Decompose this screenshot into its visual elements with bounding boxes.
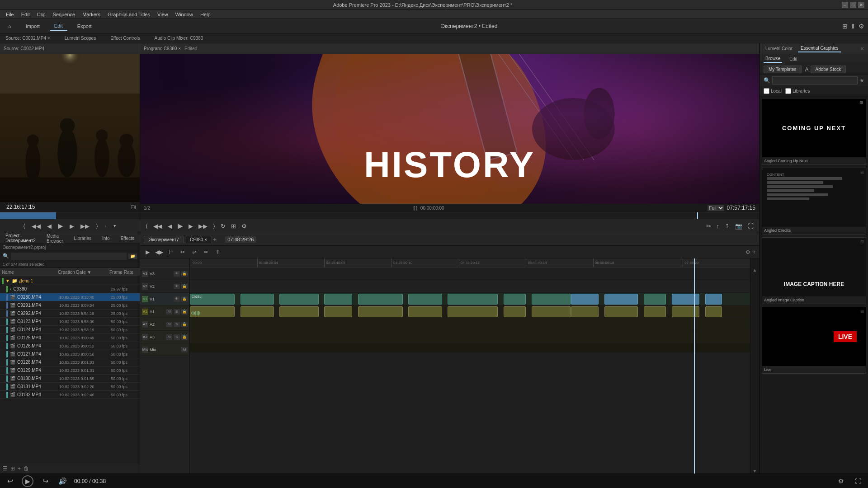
track-select-tool[interactable]: ◀▶ [155, 248, 164, 257]
col-date-header[interactable]: Creation Date ▼ [58, 270, 108, 275]
program-timebar[interactable] [140, 212, 759, 219]
source-insert[interactable]: ↓ [103, 223, 108, 229]
video-clip[interactable] [279, 294, 319, 305]
sequence-tab-1[interactable]: Эксперимент7 [144, 236, 184, 243]
list-item[interactable]: 🎬 C9291.MP4 10.02.2023 8:09:54 25,00 fps [0, 301, 140, 310]
tab-project[interactable]: Project: Эксперимент2 [3, 233, 38, 245]
new-bin-button[interactable]: 📁 [128, 253, 137, 259]
list-item[interactable]: 🎬 C0123.MP4 10.02.2023 8:58:00 50,00 fps [0, 318, 140, 326]
volume-button[interactable]: 🔊 [57, 476, 68, 487]
maximize-button[interactable]: □ [850, 2, 856, 8]
video-clip[interactable] [408, 294, 442, 305]
sequence-tab-c9380[interactable]: C9380 × [185, 236, 212, 243]
my-templates-button[interactable]: My Templates [764, 66, 802, 73]
lumetri-scopes-tab[interactable]: Lumetri Scopes [62, 35, 99, 42]
razor-tool[interactable]: ✂ [178, 248, 187, 257]
browse-tab[interactable]: Browse [764, 55, 782, 63]
pen-tool[interactable]: ✏ [202, 248, 211, 257]
track-v3-toggle[interactable]: V3 [142, 271, 148, 277]
timeline-tracks-area[interactable]: 00:00 01:08:20:04 02:16:40:06 03:25:00:1… [190, 258, 750, 474]
program-mark-out[interactable]: ⟩ [211, 222, 217, 230]
quality-select[interactable]: Full 1/2 1/4 [708, 205, 724, 211]
safe-margins-btn[interactable]: ⟦⟧ [413, 206, 418, 211]
track-v3-lock[interactable]: 🔒 [181, 271, 188, 277]
list-view-button[interactable]: ☰ [3, 465, 8, 472]
new-item-button[interactable]: + [18, 465, 21, 472]
track-v2-lock[interactable]: 🔒 [181, 284, 188, 289]
track-a2-toggle[interactable]: A2 [142, 321, 148, 328]
track-v1-toggle[interactable]: V1 [142, 296, 148, 302]
menu-help[interactable]: Help [197, 11, 214, 18]
tab-effects[interactable]: Effects [118, 235, 137, 242]
program-settings-btn[interactable]: ⚙ [240, 222, 249, 230]
home-button[interactable]: ⌂ [4, 22, 16, 30]
play-pause-button[interactable]: ▶ [22, 475, 33, 487]
program-step-forward[interactable]: ▶▶ [197, 222, 209, 230]
track-row-a1[interactable] [190, 305, 750, 318]
menu-window[interactable]: Window [172, 11, 196, 18]
audio-clip[interactable] [448, 306, 498, 317]
source-timebar[interactable] [0, 212, 140, 219]
lumetri-color-tab[interactable]: Lumetri Color [764, 45, 794, 52]
close-button[interactable]: ✕ [858, 2, 864, 8]
list-item[interactable]: 🎬 C0132.MP4 10.02.2023 9:02:46 50,00 fps [0, 391, 140, 399]
video-clip[interactable] [672, 294, 700, 305]
source-play[interactable]: ▶ [56, 221, 65, 231]
video-clip[interactable] [571, 294, 599, 305]
source-step-back[interactable]: ◀◀ [30, 222, 42, 230]
source-back-frame[interactable]: ◀ [45, 222, 53, 230]
menu-sequence[interactable]: Sequence [50, 11, 79, 18]
list-item[interactable]: 🎬 C0130.MP4 10.02.2023 9:01:55 50,00 fps [0, 375, 140, 383]
program-step-back[interactable]: ◀◀ [151, 222, 164, 230]
audio-clip[interactable] [532, 306, 571, 317]
timeline-settings-btn[interactable]: ⚙ [745, 249, 750, 255]
adobe-stock-button[interactable]: Adobe Stock [811, 66, 846, 73]
source-forward-frame[interactable]: ▶ [68, 222, 76, 230]
track-v1-eye[interactable]: 👁 [174, 296, 180, 302]
track-a3-lock[interactable]: 🔒 [181, 334, 188, 340]
list-item[interactable]: 🎬 C0128.MP4 10.02.2023 9:01:03 50,00 fps [0, 358, 140, 366]
track-row-mix[interactable] [190, 343, 750, 352]
icon-view-button[interactable]: ⊞ [10, 465, 15, 472]
program-safe-button[interactable]: ⊞ [229, 222, 238, 230]
slip-tool[interactable]: ⇌ [190, 248, 199, 257]
edit-tab[interactable]: Edit [788, 56, 799, 62]
list-item[interactable]: 🎬 C0124.MP4 10.02.2023 8:58:19 50,00 fps [0, 326, 140, 334]
audio-clip[interactable] [190, 306, 235, 317]
menu-view[interactable]: View [154, 11, 171, 18]
list-item[interactable]: 🎬 C9292.MP4 10.02.2023 8:54:18 25,00 fps [0, 310, 140, 318]
selection-tool[interactable]: ▶ [143, 248, 152, 257]
audio-clip[interactable] [571, 306, 599, 317]
source-overwrite[interactable]: ▼ [111, 223, 118, 229]
toolbar-icon-3[interactable]: ⚙ [859, 23, 864, 30]
tab-libraries[interactable]: Libraries [71, 235, 94, 242]
audio-clip[interactable] [358, 306, 403, 317]
track-a3-toggle[interactable]: A3 [142, 334, 148, 340]
track-v2-eye[interactable]: 👁 [174, 284, 180, 289]
program-extract-btn[interactable]: ↥ [723, 222, 731, 230]
essential-graphics-tab[interactable]: Essential Graphics [798, 45, 841, 52]
timeline-add-track-btn[interactable]: + [753, 249, 756, 255]
video-clip[interactable] [448, 294, 498, 305]
track-a3-mute[interactable]: M [166, 334, 172, 340]
playhead[interactable] [694, 258, 695, 474]
import-button[interactable]: Import [21, 22, 44, 30]
list-item[interactable]: 🎬 C0126.MP4 10.02.2023 9:00:12 50,00 fps [0, 342, 140, 350]
track-v1-lock[interactable]: 🔒 [181, 296, 188, 302]
source-video[interactable] [0, 54, 140, 202]
track-a1-mute[interactable]: M [166, 309, 172, 314]
minimize-button[interactable]: ─ [842, 2, 848, 8]
program-export-frame-btn[interactable]: 📷 [733, 222, 744, 230]
audio-clip[interactable] [672, 306, 700, 317]
list-item[interactable]: 🎬 C0280.MP4 10.02.2023 8:13:40 25,00 fps [0, 293, 140, 301]
effect-controls-tab[interactable]: Effect Controls [108, 35, 142, 42]
audio-clip[interactable] [604, 306, 638, 317]
track-a1-solo[interactable]: S [174, 309, 180, 314]
audio-clip[interactable] [705, 306, 722, 317]
tab-media-browser[interactable]: Media Browser [44, 233, 66, 244]
local-checkbox[interactable] [764, 88, 769, 94]
program-forward-frame[interactable]: ▶ [187, 222, 195, 230]
program-mark-in[interactable]: ⟨ [144, 222, 150, 230]
video-clip[interactable] [241, 294, 274, 305]
video-clip[interactable] [532, 294, 571, 305]
